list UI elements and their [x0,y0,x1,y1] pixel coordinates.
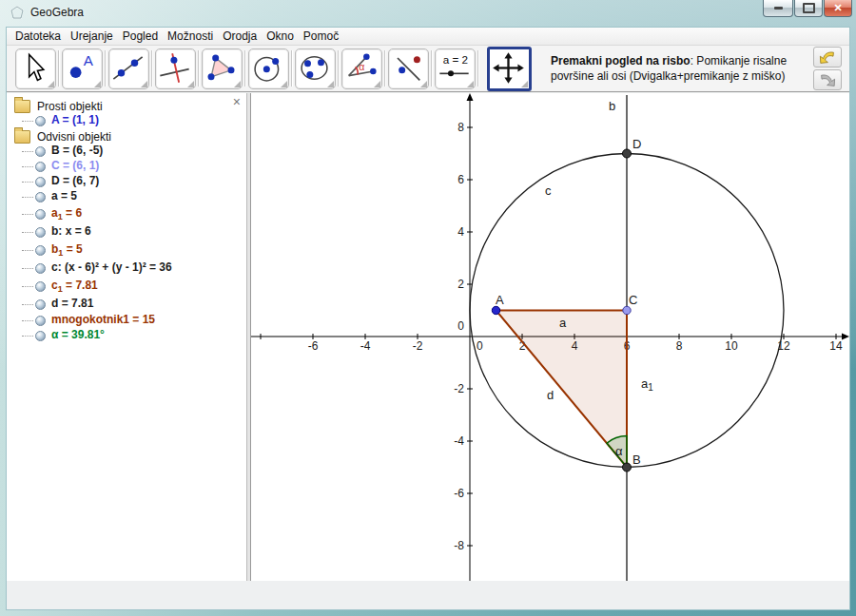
visibility-marble-icon[interactable] [35,209,46,220]
algebra-view: × Prosti objekti A = (1, 1) Odvisni obje… [7,93,246,581]
tree-connector [22,286,33,287]
algebra-item-alpha[interactable]: α = 39.81° [7,329,244,343]
visibility-marble-icon[interactable] [35,177,46,187]
label-D: D [632,137,641,151]
visibility-marble-icon[interactable] [35,281,46,292]
close-button[interactable]: ✕ [824,0,852,17]
tool-dropdown-arrow[interactable] [48,81,54,87]
tool-dropdown-arrow[interactable] [521,81,528,87]
svg-text:a = 2: a = 2 [443,52,468,65]
tool-mirror-button[interactable] [388,48,429,89]
angle-icon: α [344,51,378,85]
algebra-item-a[interactable]: a = 5 [7,190,244,204]
tree-connector [22,268,33,269]
title-bar[interactable]: GeoGebra ✕ [0,0,856,27]
graphics-canvas[interactable]: -6-4-224681012148642-2-4-6-8 0 0 [251,93,849,581]
menu-orodja[interactable]: Orodja [218,29,262,44]
algebra-item-C[interactable]: C = (6, 1) [7,160,244,174]
point-C[interactable] [623,306,631,314]
visibility-marble-icon[interactable] [35,227,46,238]
algebra-item-c[interactable]: c: (x - 6)² + (y - 1)² = 36 [7,260,244,277]
label-B: B [632,452,641,467]
tool-dropdown-arrow[interactable] [374,81,380,87]
point-B[interactable] [623,463,632,472]
item-text-post: = 5 [63,242,82,256]
tool-line-button[interactable] [108,48,149,89]
tool-conic-button[interactable] [295,48,336,89]
tool-dropdown-arrow[interactable] [94,81,101,87]
menu-moznosti[interactable]: Možnosti [163,29,218,44]
maximize-button[interactable] [794,0,823,17]
toolbar-separator [105,50,107,87]
algebra-item-b1[interactable]: b1 = 5 [7,241,244,259]
axis-tick-label: 8 [457,121,464,134]
tree-connector [22,336,33,337]
visibility-marble-icon[interactable] [35,192,46,202]
tool-move-button[interactable] [15,48,56,89]
tool-dropdown-arrow[interactable] [281,81,287,87]
window-title: GeoGebra [30,6,84,19]
tool-dropdown-arrow[interactable] [187,81,194,87]
menu-okno[interactable]: Okno [262,29,299,44]
client-area: Datoteka Urejanje Pogled Možnosti Orodja… [6,27,850,610]
visibility-marble-icon[interactable] [35,316,46,326]
toolbar-separator [291,50,293,87]
menu-pogled[interactable]: Pogled [118,29,163,44]
tool-new-point-button[interactable]: A [62,48,103,89]
undo-button[interactable] [813,47,842,67]
algebra-item-D[interactable]: D = (6, 7) [7,175,244,189]
menu-datoteka[interactable]: Datoteka [10,29,66,44]
conic-through-points-icon [298,51,331,85]
algebra-item-B[interactable]: B = (6, -5) [7,144,244,159]
tree-connector [22,197,33,198]
tool-dropdown-arrow[interactable] [327,81,334,87]
visibility-marble-icon[interactable] [35,263,46,274]
visibility-marble-icon[interactable] [35,299,46,310]
visibility-marble-icon[interactable] [35,245,46,256]
minimize-button[interactable] [763,0,793,17]
axis-tick-label: -2 [413,339,423,353]
visibility-marble-icon[interactable] [35,146,46,157]
circle-with-center-icon [251,51,284,85]
toolbar-separator [384,50,386,87]
label-a: a [559,316,567,330]
tool-slider-button[interactable]: a = 2 [435,48,476,89]
menu-pomoc[interactable]: Pomoč [299,29,343,44]
algebra-item-c1[interactable]: c1 = 7.81 [7,278,244,295]
tool-dropdown-arrow[interactable] [467,81,474,87]
algebra-section-free[interactable]: Prosti objekti [7,99,244,113]
perpendicular-line-icon [158,51,191,85]
geogebra-logo-icon [10,6,25,21]
algebra-item-mnogokotnik1[interactable]: mnogokotnik1 = 15 [7,314,244,328]
visibility-marble-icon[interactable] [35,162,46,172]
point-A[interactable] [492,306,499,314]
tool-perpendicular-line-button[interactable] [155,48,196,89]
tool-angle-button[interactable]: α [341,48,382,89]
tool-circle-button[interactable] [248,48,289,89]
algebra-item-d[interactable]: d = 7.81 [7,296,244,313]
algebra-section-dependent[interactable]: Odvisni objekti [7,129,244,144]
item-text: B = (6, -5) [51,144,103,157]
algebra-item-A[interactable]: A = (1, 1) [7,114,244,128]
tool-dropdown-arrow[interactable] [234,81,241,87]
tool-help-text: Premakni pogled na risbo: Pomikanje risa… [551,53,813,84]
toolbar-separator [151,50,153,87]
axis-tick-label: 14 [829,339,843,353]
axis-tick-label: -2 [454,382,464,395]
visibility-marble-icon[interactable] [35,331,46,341]
point-D[interactable] [623,149,632,158]
tool-polygon-button[interactable] [202,48,243,89]
algebra-item-a1[interactable]: a1 = 6 [7,205,244,222]
algebra-item-b[interactable]: b: x = 6 [7,223,244,241]
tool-dropdown-arrow[interactable] [420,81,427,87]
tree-connector [22,250,33,251]
tool-dropdown-arrow[interactable] [141,81,147,87]
polygon-icon [204,51,238,85]
graphics-view[interactable]: -6-4-224681012148642-2-4-6-8 0 0 [251,93,849,581]
redo-button[interactable] [813,69,842,90]
menu-urejanje[interactable]: Urejanje [66,29,118,44]
axis-tick-label: -8 [454,539,464,552]
tool-move-graphics-view-button[interactable] [487,47,532,91]
tree-connector [22,214,33,215]
visibility-marble-icon[interactable] [35,116,46,126]
